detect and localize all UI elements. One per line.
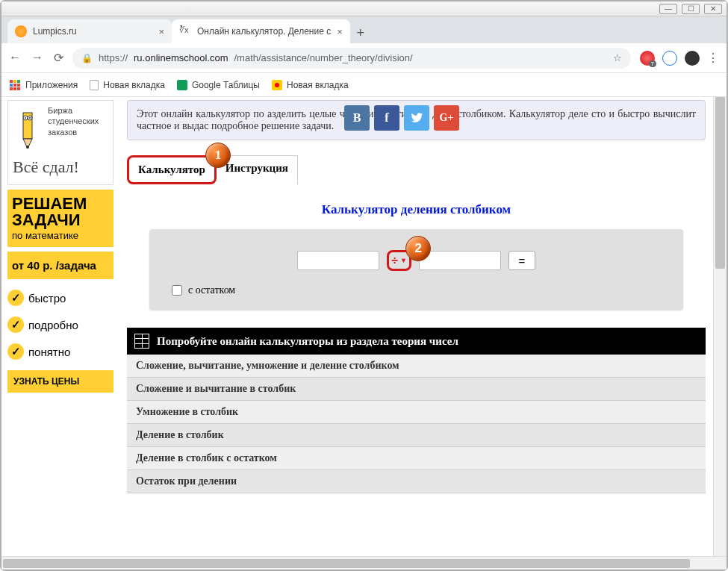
related-link[interactable]: Деление в столбик с остатком — [127, 447, 706, 470]
related-header: Попробуйте онлайн калькуляторы из раздел… — [127, 328, 706, 355]
related-link[interactable]: Умножение в столбик — [127, 401, 706, 424]
calculator-title: Калькулятор деления столбиком — [119, 202, 713, 217]
yandex-icon — [272, 80, 282, 90]
sheets-icon — [177, 80, 187, 90]
favicon-icon — [15, 25, 27, 37]
back-button[interactable]: ← — [9, 51, 21, 65]
new-tab-button[interactable]: + — [350, 22, 371, 43]
ad-slogan: Всё сдал! — [13, 157, 108, 177]
svg-point-6 — [29, 117, 31, 119]
left-sidebar: Биржа студенческих заказов Всё сдал! РЕШ… — [1, 97, 119, 556]
remainder-label: с остатком — [188, 284, 235, 296]
calculator-tabs: Калькулятор 1 Инструкция — [127, 155, 713, 184]
annotation-marker-2: 2 — [405, 236, 431, 261]
bookmark-star-icon[interactable]: ☆ — [613, 52, 622, 63]
browser-tab-lumpics[interactable]: Lumpics.ru × — [7, 19, 172, 43]
forward-button[interactable]: → — [31, 51, 43, 65]
pencil-mascot-icon — [13, 105, 43, 150]
remainder-option: с остатком — [172, 284, 661, 296]
related-link[interactable]: Сложение и вычитание в столбик — [127, 378, 706, 401]
close-tab-icon[interactable]: × — [158, 26, 164, 37]
related-link[interactable]: Деление в столбик — [127, 424, 706, 447]
check-icon: ✓ — [7, 290, 24, 306]
share-vk-button[interactable]: B — [344, 105, 370, 131]
url-prefix: https:// — [99, 52, 128, 63]
calculator-panel: ÷ ▼ 2 = с остатком — [149, 229, 683, 310]
ad-birzha[interactable]: Биржа студенческих заказов Всё сдал! — [7, 100, 113, 185]
badge-count: 7 — [649, 60, 656, 67]
related-list: Сложение, вычитание, умножение и деление… — [127, 355, 706, 493]
intro-text: Этот онлайн калькулятор по азделить целы… — [127, 100, 706, 140]
vertical-scrollbar[interactable] — [713, 97, 727, 556]
bookmarks-bar: Приложения Новая вкладка Google Таблицы … — [1, 73, 727, 97]
scrollbar-thumb[interactable] — [715, 97, 725, 269]
profile-avatar[interactable] — [685, 51, 700, 66]
share-twitter-button[interactable] — [404, 105, 429, 131]
tab-calculator[interactable]: Калькулятор 1 — [127, 155, 217, 184]
document-icon — [90, 80, 99, 90]
url-path: /math/assistance/number_theory/division/ — [234, 52, 412, 63]
bookmark-apps[interactable]: Приложения — [9, 79, 78, 91]
annotation-marker-1: 1 — [205, 143, 231, 168]
related-link[interactable]: Остаток при делении — [127, 470, 706, 493]
related-link[interactable]: Сложение, вычитание, умножение и деление… — [127, 355, 706, 378]
operand1-input[interactable] — [297, 251, 379, 270]
twitter-icon — [410, 111, 423, 125]
browser-tabstrip: Lumpics.ru × ∛x Онлайн калькулятор. Деле… — [1, 16, 727, 43]
app-window: — ☐ ✕ Lumpics.ru × ∛x Онлайн калькулятор… — [0, 0, 728, 571]
ad-price[interactable]: от 40 р. /задача — [7, 252, 113, 279]
window-titlebar: — ☐ ✕ — [1, 1, 727, 16]
check-icon: ✓ — [7, 343, 24, 360]
ad-solve[interactable]: РЕШАЕМ ЗАДАЧИ по математике — [7, 190, 113, 247]
lock-icon: 🔒 — [81, 53, 93, 63]
browser-menu-button[interactable]: ⋮ — [707, 51, 719, 65]
benefit-item: ✓понятно — [7, 343, 113, 360]
benefit-item: ✓быстро — [7, 290, 113, 306]
close-tab-icon[interactable]: × — [337, 26, 343, 37]
bookmark-newtab2[interactable]: Новая вкладка — [272, 80, 349, 90]
svg-point-5 — [25, 117, 26, 119]
dropdown-arrow-icon: ▼ — [400, 257, 407, 264]
close-window-button[interactable]: ✕ — [704, 4, 722, 14]
extension-opera-icon[interactable]: 7 — [640, 51, 655, 66]
remainder-checkbox[interactable] — [172, 285, 182, 296]
calculator-row: ÷ ▼ 2 = — [172, 250, 661, 271]
calculator-icon — [134, 334, 149, 349]
browser-tab-calculator[interactable]: ∛x Онлайн калькулятор. Деление с × — [172, 19, 350, 43]
operator-selector[interactable]: ÷ ▼ 2 — [387, 250, 411, 271]
content-area: Биржа студенческих заказов Всё сдал! РЕШ… — [1, 97, 727, 556]
apps-grid-icon — [9, 79, 21, 91]
bookmark-sheets[interactable]: Google Таблицы — [177, 80, 260, 90]
minimize-button[interactable]: — — [659, 4, 677, 14]
tab-title: Lumpics.ru — [33, 26, 77, 37]
equals-button[interactable]: = — [508, 251, 535, 270]
bookmark-newtab[interactable]: Новая вкладка — [90, 80, 165, 90]
check-icon: ✓ — [7, 316, 24, 333]
ad-cta-button[interactable]: УЗНАТЬ ЦЕНЫ — [7, 370, 113, 393]
scrollbar-thumb[interactable] — [3, 559, 690, 568]
tab-title: Онлайн калькулятор. Деление с — [197, 26, 331, 37]
maximize-button[interactable]: ☐ — [682, 4, 700, 14]
extension-icons: 7 ⋮ — [640, 51, 719, 66]
ad-benefits: ✓быстро ✓подробно ✓понятно — [7, 290, 113, 360]
address-bar[interactable]: 🔒 https://ru.onlinemschool.com/math/assi… — [72, 48, 631, 69]
benefit-item: ✓подробно — [7, 316, 113, 333]
share-buttons: B f G+ — [344, 105, 459, 131]
operand2-input[interactable] — [419, 251, 501, 270]
horizontal-scrollbar[interactable] — [1, 556, 727, 570]
nav-icons: ← → ⟳ — [9, 51, 63, 65]
reload-button[interactable]: ⟳ — [54, 51, 63, 65]
browser-toolbar: ← → ⟳ 🔒 https://ru.onlinemschool.com/mat… — [1, 43, 727, 73]
page: Биржа студенческих заказов Всё сдал! РЕШ… — [1, 97, 713, 556]
divide-icon: ÷ — [391, 254, 398, 267]
extension-globe-icon[interactable] — [662, 51, 677, 66]
url-host: ru.onlinemschool.com — [134, 52, 228, 63]
favicon-icon: ∛x — [179, 25, 191, 37]
share-googleplus-button[interactable]: G+ — [434, 105, 459, 131]
main-column: Этот онлайн калькулятор по азделить целы… — [119, 97, 713, 556]
share-facebook-button[interactable]: f — [374, 105, 399, 131]
svg-point-2 — [26, 146, 29, 149]
